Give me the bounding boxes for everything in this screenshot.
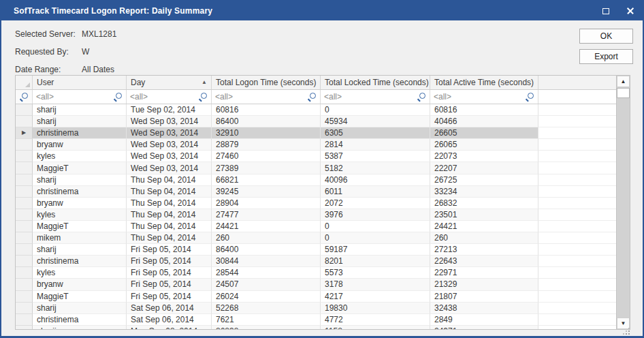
cell-active[interactable]: 2849 [430, 314, 538, 326]
cell-locked[interactable]: 1158 [321, 326, 430, 329]
cell-day[interactable]: Wed Sep 03, 2014 [127, 127, 212, 139]
cell-day[interactable]: Fri Sep 05, 2014 [127, 291, 212, 303]
table-row[interactable]: kylesThu Sep 04, 201427477397623501 [16, 209, 616, 221]
cell-locked[interactable]: 0 [321, 104, 430, 116]
row-header-cell[interactable] [16, 209, 33, 221]
cell-active[interactable]: 24971 [430, 326, 538, 329]
cell-user[interactable]: sharij [33, 104, 127, 116]
cell-logon[interactable]: 52268 [212, 303, 321, 314]
cell-locked[interactable]: 5182 [321, 162, 430, 174]
table-row[interactable]: bryanwThu Sep 04, 201428904207226832 [16, 198, 616, 209]
cell-day[interactable]: Thu Sep 04, 2014 [127, 186, 212, 198]
cell-locked[interactable]: 3976 [321, 209, 430, 221]
cell-day[interactable]: Fri Sep 05, 2014 [127, 244, 212, 256]
table-row[interactable]: sharijWed Sep 03, 2014864004593440466 [16, 116, 616, 127]
cell-locked[interactable]: 3178 [321, 279, 430, 290]
table-row[interactable]: sharijSat Sep 06, 2014522681983032438 [16, 303, 616, 314]
cell-logon[interactable]: 86838 [212, 326, 321, 329]
cell-active[interactable]: 26605 [430, 127, 538, 139]
table-row[interactable]: kylesWed Sep 03, 201427460538722073 [16, 151, 616, 162]
cell-user[interactable]: bryanw [33, 198, 127, 209]
cell-locked[interactable]: 6305 [321, 127, 430, 139]
row-header-cell[interactable] [16, 186, 33, 198]
cell-user[interactable]: sharij [33, 303, 127, 314]
row-header-cell[interactable] [16, 198, 33, 209]
cell-logon[interactable]: 7621 [212, 314, 321, 326]
row-header-cell[interactable] [16, 303, 33, 314]
cell-day[interactable]: Mon Sep 08, 2014 [127, 326, 212, 329]
row-header-cell[interactable] [16, 244, 33, 256]
cell-user[interactable]: christinema [33, 127, 127, 139]
filter-row-header-cell[interactable] [16, 90, 33, 104]
cell-locked[interactable]: 59187 [321, 244, 430, 256]
column-header-logon[interactable]: Total Logon Time (seconds) [212, 76, 321, 89]
cell-day[interactable]: Thu Sep 04, 2014 [127, 209, 212, 221]
cell-active[interactable]: 21807 [430, 291, 538, 303]
cell-active[interactable]: 22643 [430, 256, 538, 267]
filter-cell-active[interactable]: <all> [430, 90, 538, 104]
cell-logon[interactable]: 60816 [212, 104, 321, 116]
cell-user[interactable]: christinema [33, 186, 127, 198]
export-button[interactable]: Export [579, 49, 633, 64]
cell-user[interactable]: sharij [33, 326, 127, 329]
cell-locked[interactable]: 8201 [321, 256, 430, 267]
cell-active[interactable]: 22073 [430, 151, 538, 162]
grid-corner-cell[interactable] [16, 76, 33, 89]
table-row[interactable]: sharijFri Sep 05, 2014864005918727213 [16, 244, 616, 256]
table-row[interactable]: sharijThu Sep 04, 2014668214009626725 [16, 174, 616, 186]
cell-user[interactable]: christinema [33, 314, 127, 326]
table-row[interactable]: sharijMon Sep 08, 201486838115824971 [16, 326, 616, 329]
cell-day[interactable]: Wed Sep 03, 2014 [127, 139, 212, 151]
cell-locked[interactable]: 5573 [321, 267, 430, 279]
table-row[interactable]: MaggieTWed Sep 03, 201427389518222207 [16, 162, 616, 174]
cell-user[interactable]: mikem [33, 232, 127, 244]
maximize-button[interactable] [594, 1, 618, 20]
cell-user[interactable]: MaggieT [33, 291, 127, 303]
row-header-cell[interactable] [16, 116, 33, 127]
cell-logon[interactable]: 86400 [212, 244, 321, 256]
cell-day[interactable]: Wed Sep 03, 2014 [127, 151, 212, 162]
cell-locked[interactable]: 2814 [321, 139, 430, 151]
cell-day[interactable]: Thu Sep 04, 2014 [127, 221, 212, 232]
cell-user[interactable]: MaggieT [33, 221, 127, 232]
row-header-cell[interactable] [16, 139, 33, 151]
cell-logon[interactable]: 260 [212, 232, 321, 244]
cell-locked[interactable]: 6011 [321, 186, 430, 198]
cell-logon[interactable]: 39245 [212, 186, 321, 198]
cell-active[interactable]: 27213 [430, 244, 538, 256]
filter-cell-logon[interactable]: <all> [212, 90, 321, 104]
cell-active[interactable]: 24421 [430, 221, 538, 232]
cell-logon[interactable]: 27460 [212, 151, 321, 162]
cell-active[interactable]: 60816 [430, 104, 538, 116]
resize-grip-icon[interactable] [623, 328, 630, 335]
table-row[interactable]: sharijTue Sep 02, 201460816060816 [16, 104, 616, 116]
row-header-cell[interactable] [16, 291, 33, 303]
cell-active[interactable]: 21329 [430, 279, 538, 290]
cell-logon[interactable]: 24507 [212, 279, 321, 290]
scroll-up-button[interactable]: ▲ [617, 76, 630, 87]
cell-user[interactable]: sharij [33, 116, 127, 127]
cell-locked[interactable]: 45934 [321, 116, 430, 127]
table-row[interactable]: MaggieTThu Sep 04, 201424421024421 [16, 221, 616, 232]
cell-logon[interactable]: 28544 [212, 267, 321, 279]
cell-day[interactable]: Wed Sep 03, 2014 [127, 162, 212, 174]
row-header-cell[interactable] [16, 267, 33, 279]
cell-active[interactable]: 23501 [430, 209, 538, 221]
cell-logon[interactable]: 27477 [212, 209, 321, 221]
cell-active[interactable]: 32438 [430, 303, 538, 314]
cell-user[interactable]: sharij [33, 174, 127, 186]
filter-cell-locked[interactable]: <all> [321, 90, 430, 104]
cell-logon[interactable]: 24421 [212, 221, 321, 232]
cell-locked[interactable]: 2072 [321, 198, 430, 209]
row-header-cell[interactable] [16, 232, 33, 244]
cell-logon[interactable]: 86400 [212, 116, 321, 127]
table-row[interactable]: christinemaSat Sep 06, 2014762147722849 [16, 314, 616, 326]
cell-logon[interactable]: 32910 [212, 127, 321, 139]
table-row[interactable]: kylesFri Sep 05, 201428544557322971 [16, 267, 616, 279]
cell-user[interactable]: christinema [33, 256, 127, 267]
table-row[interactable]: christinemaThu Sep 04, 20143924560113323… [16, 186, 616, 198]
cell-day[interactable]: Wed Sep 03, 2014 [127, 116, 212, 127]
column-header-user[interactable]: User [33, 76, 127, 89]
title-bar[interactable]: SofTrack Timecard Logon Report: Daily Su… [1, 1, 643, 20]
filter-cell-user[interactable]: <all> [33, 90, 127, 104]
